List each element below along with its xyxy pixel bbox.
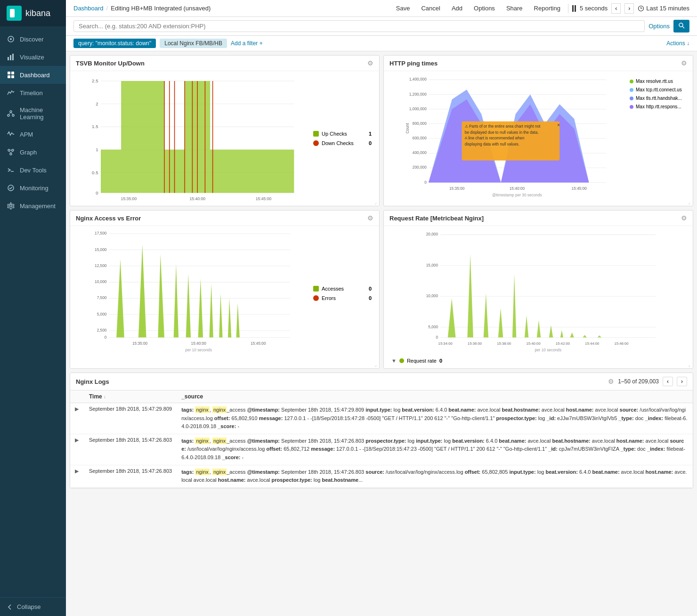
sidebar-item-visualize[interactable]: Visualize — [0, 48, 66, 66]
sidebar-item-ml[interactable]: Machine Learning — [0, 102, 66, 125]
panel-tsvb-gear[interactable]: ⚙ — [367, 59, 373, 67]
reporting-button[interactable]: Reporting — [530, 3, 564, 14]
sidebar-item-timelion[interactable]: Timelion — [0, 84, 66, 102]
add-button[interactable]: Add — [448, 3, 466, 14]
svg-text:15:36:00: 15:36:00 — [468, 341, 482, 346]
svg-rect-0 — [10, 9, 15, 17]
sidebar-item-label-monitoring: Monitoring — [20, 185, 49, 192]
time-col-header[interactable]: Time ↕ — [84, 390, 177, 403]
sidebar-item-label-devtools: Dev Tools — [20, 167, 47, 174]
svg-text:15,000: 15,000 — [426, 263, 438, 267]
panel-http-gear[interactable]: ⚙ — [681, 59, 687, 67]
sidebar-item-label-apm: APM — [20, 131, 33, 138]
request-chart-svg: 20,000 15,000 10,000 5,000 0 — [388, 230, 689, 357]
sidebar-item-label-dashboard: Dashboard — [20, 72, 50, 79]
request-resize[interactable]: ⌟ — [685, 361, 693, 368]
sidebar-item-management[interactable]: Management — [0, 197, 66, 215]
svg-marker-103 — [182, 274, 195, 337]
add-filter-button[interactable]: Add a filter + — [231, 40, 263, 47]
sidebar-collapse-button[interactable]: Collapse — [0, 597, 66, 616]
tsvb-resize[interactable]: ⌟ — [372, 198, 379, 206]
svg-marker-102 — [170, 264, 182, 338]
options-button[interactable]: Options — [470, 3, 499, 14]
sidebar-item-devtools[interactable]: Dev Tools — [0, 161, 66, 179]
svg-marker-126 — [494, 308, 509, 337]
sidebar: kibana Discover Visualize Dashboard Time… — [0, 0, 66, 616]
http-resize[interactable]: ⌟ — [685, 198, 693, 206]
sidebar-item-label-timelion: Timelion — [20, 89, 43, 97]
time-range-button[interactable]: Last 15 minutes — [638, 5, 689, 12]
search-submit-button[interactable] — [673, 20, 689, 32]
search-options-button[interactable]: Options — [648, 23, 670, 30]
panel-nginx-title: Nginx Access vs Error — [76, 215, 141, 222]
sidebar-item-dashboard[interactable]: Dashboard — [0, 66, 66, 84]
sidebar-item-label-discover: Discover — [20, 36, 44, 43]
legend-dot-2 — [630, 88, 633, 92]
accesses-value: 0 — [369, 286, 372, 292]
sidebar-nav: Discover Visualize Dashboard Timelion Ma… — [0, 26, 66, 597]
log-source-1: tags: nginx, nginx_access @timestamp: Se… — [177, 403, 693, 434]
svg-text:0: 0 — [436, 335, 438, 340]
tsvb-legend-up: Up Checks 1 — [313, 131, 372, 137]
up-checks-value: 1 — [369, 131, 372, 137]
logs-gear[interactable]: ⚙ — [608, 378, 614, 385]
search-input[interactable] — [79, 23, 640, 30]
panel-nginx-header: Nginx Access vs Error ⚙ — [70, 211, 379, 226]
svg-line-20 — [9, 151, 11, 153]
svg-text:15:45:00: 15:45:00 — [572, 186, 587, 191]
nginx-resize[interactable]: ⌟ — [372, 361, 379, 368]
panel-http-header: HTTP ping times ⚙ — [384, 56, 693, 71]
panel-nginx-gear[interactable]: ⚙ — [367, 214, 373, 222]
errors-value: 0 — [369, 295, 372, 301]
http-chart-svg: 1,400,000 1,200,000 1,000,000 800,000 60… — [388, 75, 624, 202]
svg-text:17,500: 17,500 — [95, 231, 107, 235]
expand-btn-2[interactable]: ▶ — [75, 437, 79, 443]
svg-text:12,500: 12,500 — [95, 263, 107, 268]
svg-line-14 — [8, 113, 11, 114]
pause-icon[interactable] — [572, 5, 576, 12]
sidebar-item-monitoring[interactable]: Monitoring — [0, 179, 66, 197]
expand-btn-1[interactable]: ▶ — [75, 406, 79, 412]
interval-display[interactable]: 5 seconds — [580, 5, 608, 12]
sidebar-item-discover[interactable]: Discover — [0, 30, 66, 48]
sidebar-item-label-management: Management — [20, 203, 56, 210]
logs-table-header: Time ↕ _source — [70, 390, 693, 403]
svg-text:5,000: 5,000 — [97, 312, 107, 316]
breadcrumb-separator: / — [106, 5, 108, 12]
actions-button[interactable]: Actions ↓ — [666, 40, 689, 47]
svg-text:5,000: 5,000 — [428, 324, 438, 329]
svg-text:⚠ Parts of or the entire area : ⚠ Parts of or the entire area chart migh… — [465, 124, 541, 129]
tsvb-chart-svg: 2.5 2 1.5 1 0.5 0 — [74, 75, 306, 202]
http-legend-list: Max resolve.rtt.us Max tcp.rtt.connect.u… — [630, 79, 687, 109]
svg-point-11 — [10, 111, 12, 113]
share-button[interactable]: Share — [502, 3, 527, 14]
sidebar-item-apm[interactable]: APM — [0, 125, 66, 143]
next-page-button[interactable]: › — [677, 377, 687, 386]
svg-point-18 — [10, 153, 12, 155]
panel-request-gear[interactable]: ⚙ — [681, 214, 687, 222]
prev-arrow[interactable]: ‹ — [611, 3, 621, 14]
save-button[interactable]: Save — [392, 3, 414, 14]
breadcrumb: Dashboard / Editing HB+MB Integrated (un… — [73, 5, 211, 12]
expand-col-header — [70, 390, 84, 403]
svg-text:200,000: 200,000 — [413, 165, 427, 170]
ml-icon — [7, 109, 15, 118]
expand-btn-3[interactable]: ▶ — [75, 468, 79, 474]
filter-tag-2[interactable]: Local Nginx FB/MB/HB — [160, 39, 227, 48]
breadcrumb-dashboard[interactable]: Dashboard — [73, 5, 104, 12]
filter-tag-1[interactable]: query: "monitor.status: down" — [73, 39, 156, 48]
next-arrow[interactable]: › — [624, 3, 634, 14]
log-source-text-3: tags: nginx, nginx_access @timestamp: Se… — [181, 469, 687, 483]
source-col-header[interactable]: _source — [177, 390, 693, 403]
nginx-chart-svg: 17,500 15,000 12,500 10,000 7,500 5,000 … — [74, 230, 306, 357]
down-checks-value: 0 — [369, 140, 372, 146]
prev-page-button[interactable]: ‹ — [663, 377, 673, 386]
svg-text:800,000: 800,000 — [413, 121, 427, 126]
panel-request-title: Request Rate [Metricbeat Nginx] — [389, 215, 484, 222]
svg-text:15:40:00: 15:40:00 — [189, 196, 205, 201]
svg-text:@timestamp per 30 seconds: @timestamp per 30 seconds — [492, 193, 542, 197]
filter-bar: query: "monitor.status: down" Local Ngin… — [66, 36, 697, 51]
sidebar-item-graph[interactable]: Graph — [0, 143, 66, 161]
cancel-button[interactable]: Cancel — [417, 3, 444, 14]
accesses-label: Accesses — [322, 286, 366, 292]
